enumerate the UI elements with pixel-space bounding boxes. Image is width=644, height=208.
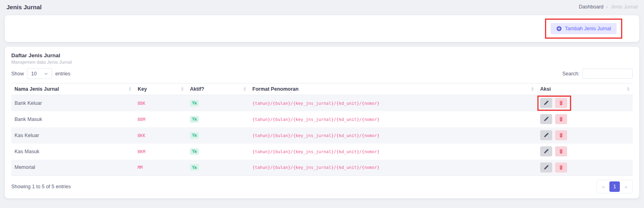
- format-code: {tahun}/{bulan}/{key_jns_jurnal}/{kd_uni…: [252, 117, 380, 122]
- entries-label: entries: [55, 71, 70, 77]
- add-jenis-jurnal-button[interactable]: Tambah Jenis Jurnal: [551, 23, 617, 34]
- row-actions-cell: [537, 95, 633, 111]
- cell-format: {tahun}/{bulan}/{key_jns_jurnal}/{kd_uni…: [249, 144, 537, 160]
- search-control: Search:: [562, 69, 633, 79]
- cell-aktif: Ya: [187, 160, 249, 176]
- key-code: BKM: [138, 149, 145, 154]
- trash-icon: [559, 149, 564, 154]
- row-actions-cell: [537, 111, 633, 127]
- breadcrumb: Dashboard › Jenis Jurnal: [579, 4, 638, 10]
- trash-icon: [559, 116, 564, 122]
- pencil-icon: [544, 116, 549, 122]
- annotation-highlight-add-button: Tambah Jenis Jurnal: [545, 19, 622, 39]
- table-controls: Show 10 entries Search:: [11, 68, 633, 79]
- format-code: {tahun}/{bulan}/{key_jns_jurnal}/{kd_uni…: [252, 133, 380, 138]
- pagination-next-icon[interactable]: »: [621, 181, 631, 192]
- search-input[interactable]: [582, 69, 633, 79]
- cell-nama: Kas Masuk: [11, 144, 134, 160]
- status-badge: Ya: [190, 164, 199, 171]
- column-header-nama[interactable]: Nama Jenis Jurnal: [11, 83, 134, 95]
- row-actions-cell: [537, 160, 633, 176]
- breadcrumb-dashboard[interactable]: Dashboard: [579, 4, 603, 10]
- page-length-select[interactable]: 10: [27, 68, 52, 79]
- table-row: Kas Keluar BKK Ya {tahun}/{bulan}/{key_j…: [11, 127, 633, 144]
- entries-info: Showing 1 to 5 of 5 entries: [11, 184, 71, 189]
- sort-icon: [627, 87, 630, 91]
- format-code: {tahun}/{bulan}/{key_jns_jurnal}/{kd_uni…: [252, 165, 380, 170]
- page-length-value: 10: [31, 71, 37, 77]
- delete-button[interactable]: [555, 130, 567, 140]
- edit-button[interactable]: [540, 114, 552, 124]
- pagination: « 1 »: [597, 180, 633, 193]
- cell-key: BBM: [134, 111, 187, 127]
- plus-circle-icon: [556, 26, 562, 31]
- key-code: BKK: [138, 133, 145, 138]
- page-title: Jenis Jurnal: [6, 4, 42, 10]
- status-badge: Ya: [190, 148, 199, 155]
- row-actions-cell: [537, 127, 633, 144]
- top-bar: Jenis Jurnal Dashboard › Jenis Jurnal: [0, 0, 644, 12]
- table-row: Kas Masuk BKM Ya {tahun}/{bulan}/{key_jn…: [11, 144, 633, 160]
- sort-icon: [129, 87, 131, 91]
- edit-button[interactable]: [540, 162, 552, 173]
- format-code: {tahun}/{bulan}/{key_jns_jurnal}/{kd_uni…: [252, 149, 380, 154]
- show-label: Show: [11, 71, 24, 77]
- sort-icon: [531, 87, 534, 91]
- status-badge: Ya: [190, 132, 199, 139]
- breadcrumb-current: Jenis Jurnal: [611, 4, 638, 10]
- column-header-format[interactable]: Format Penomoran: [249, 83, 537, 95]
- table-row: Bank Masuk BBM Ya {tahun}/{bulan}/{key_j…: [11, 111, 633, 127]
- delete-button[interactable]: [555, 114, 567, 124]
- cell-format: {tahun}/{bulan}/{key_jns_jurnal}/{kd_uni…: [249, 95, 537, 111]
- pencil-icon: [544, 149, 549, 154]
- pagination-page-1[interactable]: 1: [609, 181, 620, 192]
- pencil-icon: [544, 100, 549, 106]
- cell-format: {tahun}/{bulan}/{key_jns_jurnal}/{kd_uni…: [249, 160, 537, 176]
- row-actions-cell: [537, 144, 633, 160]
- edit-button[interactable]: [540, 130, 552, 140]
- cell-key: BKM: [134, 144, 187, 160]
- page-length-control: Show 10 entries: [11, 68, 70, 79]
- key-code: BBK: [138, 101, 145, 106]
- format-code: {tahun}/{bulan}/{key_jns_jurnal}/{kd_uni…: [252, 101, 380, 106]
- pagination-prev-icon[interactable]: «: [598, 181, 609, 192]
- cell-aktif: Ya: [187, 111, 249, 127]
- search-label: Search:: [562, 71, 580, 77]
- cell-nama: Bank Keluar: [11, 95, 134, 111]
- table-header-row: Nama Jenis Jurnal Key Aktif? Format Peno…: [11, 83, 633, 95]
- add-button-label: Tambah Jenis Jurnal: [565, 26, 611, 31]
- delete-button[interactable]: [555, 146, 567, 156]
- table-row: Bank Keluar BBK Ya {tahun}/{bulan}/{key_…: [11, 95, 633, 111]
- edit-button[interactable]: [540, 98, 552, 108]
- pencil-icon: [544, 165, 549, 170]
- delete-button[interactable]: [555, 162, 567, 173]
- cell-nama: Kas Keluar: [11, 127, 134, 144]
- pencil-icon: [544, 133, 549, 138]
- cell-aktif: Ya: [187, 127, 249, 144]
- jenis-jurnal-table: Nama Jenis Jurnal Key Aktif? Format Peno…: [11, 83, 633, 176]
- cell-key: BKK: [134, 127, 187, 144]
- table-footer: Showing 1 to 5 of 5 entries « 1 »: [11, 180, 633, 193]
- toolbar-card: Tambah Jenis Jurnal: [5, 15, 639, 42]
- panel-subtitle: Manajemen data Jenis Jurnal: [11, 60, 633, 64]
- cell-nama: Memorial: [11, 160, 134, 176]
- cell-format: {tahun}/{bulan}/{key_jns_jurnal}/{kd_uni…: [249, 111, 537, 127]
- breadcrumb-separator-icon: ›: [606, 4, 608, 10]
- cell-format: {tahun}/{bulan}/{key_jns_jurnal}/{kd_uni…: [249, 127, 537, 144]
- cell-aktif: Ya: [187, 95, 249, 111]
- cell-aktif: Ya: [187, 144, 249, 160]
- column-header-aksi[interactable]: Aksi: [537, 83, 633, 95]
- key-code: BBM: [138, 117, 145, 122]
- column-header-aktif[interactable]: Aktif?: [187, 83, 249, 95]
- edit-button[interactable]: [540, 146, 552, 156]
- trash-icon: [559, 165, 564, 170]
- column-header-key[interactable]: Key: [134, 83, 187, 95]
- table-row: Memorial MM Ya {tahun}/{bulan}/{key_jns_…: [11, 160, 633, 176]
- trash-icon: [559, 133, 564, 138]
- delete-button[interactable]: [555, 98, 567, 108]
- sort-icon: [244, 87, 246, 91]
- panel-title: Daftar Jenis Jurnal: [11, 52, 633, 58]
- cell-key: BBK: [134, 95, 187, 111]
- status-badge: Ya: [190, 100, 199, 106]
- key-code: MM: [138, 165, 143, 170]
